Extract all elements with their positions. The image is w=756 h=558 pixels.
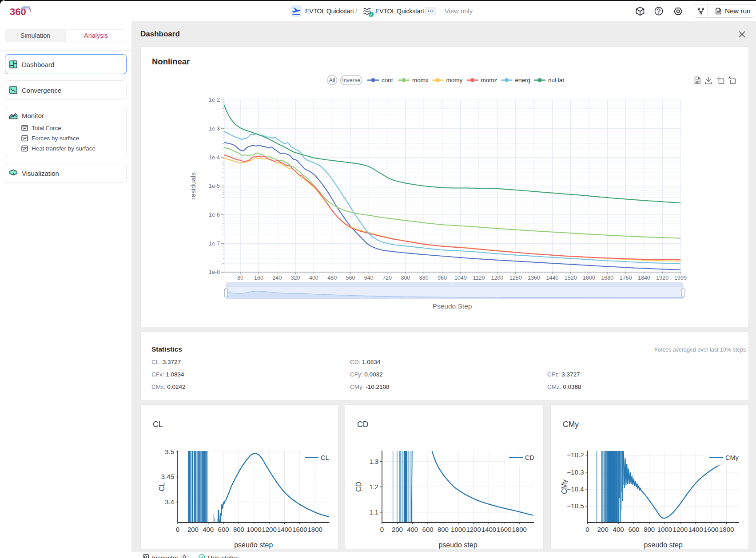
svg-text:1999: 1999 [674, 275, 687, 281]
svg-text:0: 0 [380, 526, 384, 533]
svg-text:−10.3: −10.3 [567, 468, 584, 476]
svg-text:200: 200 [187, 526, 199, 533]
svg-text:1000: 1000 [451, 526, 466, 533]
svg-text:residuals: residuals [189, 172, 197, 200]
svg-text:CD: CD [525, 454, 534, 461]
svg-text:1400: 1400 [481, 526, 496, 533]
svg-text:1200: 1200 [491, 275, 503, 281]
svg-text:1e-8: 1e-8 [209, 269, 220, 275]
svg-text:400: 400 [613, 526, 624, 533]
svg-text:1e-6: 1e-6 [209, 212, 220, 218]
svg-text:−10.5: −10.5 [567, 502, 584, 510]
svg-text:pseudo step: pseudo step [438, 541, 477, 549]
svg-text:480: 480 [327, 275, 337, 281]
svg-text:1280: 1280 [509, 275, 522, 281]
svg-text:1200: 1200 [262, 526, 276, 533]
svg-text:1680: 1680 [601, 275, 613, 281]
svg-text:3.5: 3.5 [165, 448, 174, 455]
svg-text:nuHat: nuHat [548, 77, 564, 83]
svg-text:1120: 1120 [473, 275, 485, 281]
svg-text:1200: 1200 [466, 526, 481, 533]
svg-text:energ: energ [515, 77, 531, 83]
svg-text:1200: 1200 [673, 526, 688, 533]
svg-text:240: 240 [272, 275, 282, 281]
svg-text:320: 320 [291, 275, 300, 281]
svg-text:1440: 1440 [546, 275, 558, 281]
svg-text:200: 200 [597, 526, 609, 533]
svg-text:cont: cont [382, 77, 393, 83]
svg-text:1.3: 1.3 [369, 458, 378, 465]
svg-text:1040: 1040 [454, 275, 467, 281]
svg-text:CMy: CMy [561, 479, 568, 494]
svg-text:600: 600 [218, 526, 229, 533]
svg-text:600: 600 [422, 526, 434, 533]
svg-text:640: 640 [364, 275, 374, 281]
svg-text:160: 160 [254, 275, 263, 281]
svg-text:1760: 1760 [620, 275, 632, 281]
svg-text:Pseudo Step: Pseudo Step [433, 302, 472, 310]
svg-text:880: 880 [419, 275, 429, 281]
svg-text:CL: CL [158, 482, 166, 491]
svg-text:3.4: 3.4 [165, 498, 174, 506]
svg-text:560: 560 [346, 275, 355, 281]
svg-text:momy: momy [446, 77, 463, 83]
svg-text:Inverse: Inverse [342, 77, 360, 83]
svg-text:pseudo step: pseudo step [644, 541, 683, 549]
svg-text:CD: CD [355, 482, 362, 492]
svg-text:CMy: CMy [725, 454, 739, 461]
svg-text:960: 960 [438, 275, 447, 281]
svg-text:momz: momz [481, 77, 497, 83]
svg-text:3.45: 3.45 [161, 473, 174, 480]
svg-text:1e-7: 1e-7 [209, 241, 220, 247]
svg-text:400: 400 [407, 526, 418, 533]
svg-text:400: 400 [203, 526, 214, 533]
svg-text:1000: 1000 [247, 526, 261, 533]
svg-text:1400: 1400 [277, 526, 292, 533]
svg-text:1600: 1600 [704, 526, 718, 533]
svg-text:0: 0 [176, 526, 179, 533]
svg-text:80: 80 [237, 275, 243, 281]
svg-text:1800: 1800 [512, 526, 527, 533]
svg-text:−10.4: −10.4 [567, 485, 584, 493]
svg-text:1520: 1520 [565, 275, 577, 281]
svg-text:1000: 1000 [657, 526, 672, 533]
svg-text:All: All [329, 77, 335, 83]
svg-text:1600: 1600 [292, 526, 307, 533]
svg-text:1e-5: 1e-5 [209, 183, 220, 189]
svg-text:−10.2: −10.2 [567, 451, 584, 459]
svg-text:200: 200 [392, 526, 403, 533]
svg-text:1e-4: 1e-4 [209, 154, 220, 161]
svg-text:1360: 1360 [528, 275, 540, 281]
svg-text:1e-3: 1e-3 [209, 126, 220, 132]
svg-text:1e-2: 1e-2 [209, 97, 220, 103]
svg-text:800: 800 [644, 526, 655, 533]
svg-text:800: 800 [401, 275, 410, 281]
svg-text:1800: 1800 [308, 526, 322, 533]
svg-text:1.2: 1.2 [369, 483, 378, 491]
svg-text:800: 800 [233, 526, 244, 533]
svg-text:pseudo step: pseudo step [234, 541, 273, 549]
svg-text:800: 800 [438, 526, 449, 533]
svg-text:0: 0 [585, 526, 589, 533]
svg-text:CL: CL [321, 454, 329, 461]
svg-text:600: 600 [628, 526, 639, 533]
svg-text:720: 720 [382, 275, 392, 281]
svg-text:momx: momx [412, 77, 429, 83]
svg-text:1840: 1840 [638, 275, 650, 281]
svg-text:1600: 1600 [497, 526, 511, 533]
svg-text:1920: 1920 [656, 275, 668, 281]
svg-text:1600: 1600 [583, 275, 595, 281]
svg-text:400: 400 [309, 275, 318, 281]
svg-text:1.1: 1.1 [369, 508, 378, 516]
svg-text:1400: 1400 [688, 526, 703, 533]
svg-text:1800: 1800 [719, 526, 734, 533]
